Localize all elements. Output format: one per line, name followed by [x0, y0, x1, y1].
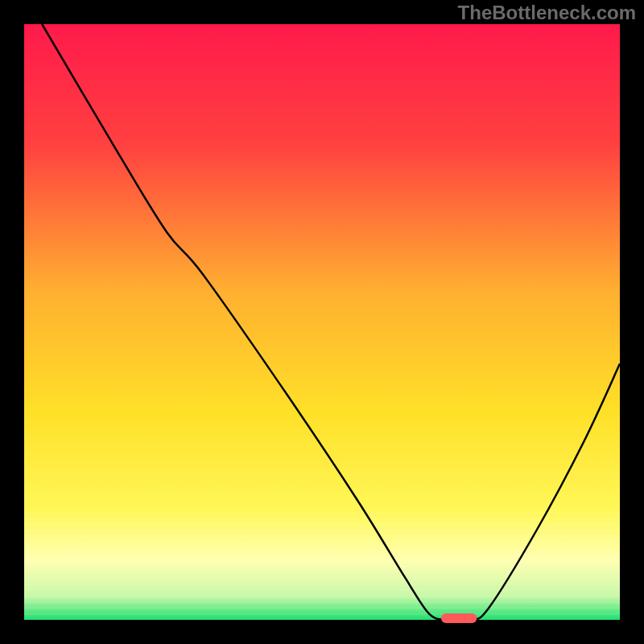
- chart-container: TheBottleneck.com: [0, 0, 644, 644]
- bottleneck-chart: [0, 0, 644, 644]
- optimal-marker: [441, 613, 477, 623]
- watermark-text: TheBottleneck.com: [458, 2, 636, 24]
